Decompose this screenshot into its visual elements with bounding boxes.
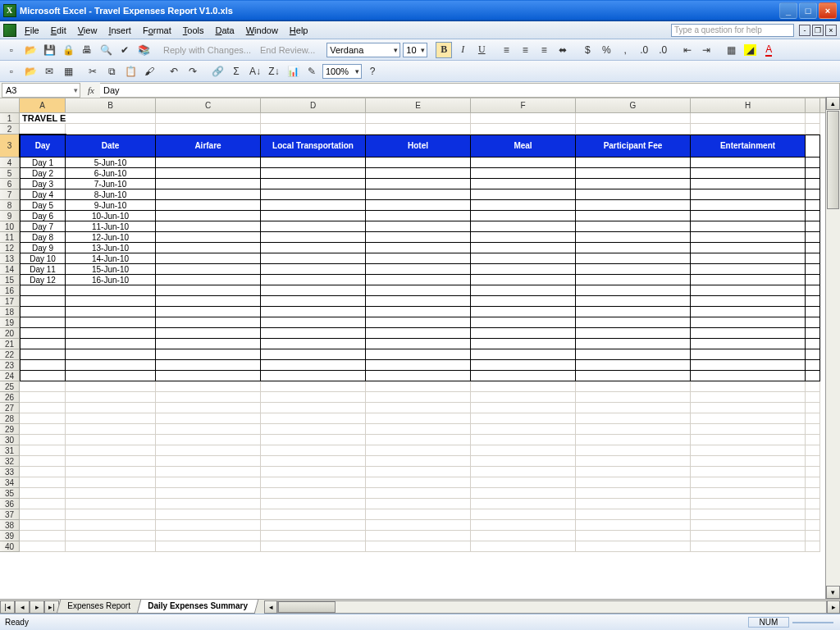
cell-H30[interactable]: [691, 435, 806, 445]
cell-C4[interactable]: [156, 158, 261, 168]
cell-H12[interactable]: [691, 243, 806, 253]
cell-G24[interactable]: [576, 371, 691, 381]
cell-I1[interactable]: [806, 113, 820, 124]
row-header-24[interactable]: 24: [0, 371, 20, 381]
cell-B34[interactable]: [66, 477, 156, 488]
cell-A34[interactable]: [20, 477, 66, 488]
spelling-icon[interactable]: ✔: [116, 42, 133, 58]
cell-B28[interactable]: [66, 413, 156, 424]
cell-B23[interactable]: [66, 360, 156, 371]
col-header-h[interactable]: H: [691, 98, 806, 112]
cell-H24[interactable]: [691, 371, 806, 381]
cell-F25[interactable]: [471, 381, 576, 392]
cell-G25[interactable]: [576, 381, 691, 392]
name-box[interactable]: A3: [2, 83, 80, 98]
cell-F8[interactable]: [471, 200, 576, 211]
row-header-26[interactable]: 26: [0, 392, 20, 403]
cell-B14[interactable]: 15-Jun-10: [66, 264, 156, 275]
cell-A32[interactable]: [20, 456, 66, 467]
row-header-19[interactable]: 19: [0, 317, 20, 328]
cell-G28[interactable]: [576, 413, 691, 424]
cell-H40[interactable]: [691, 541, 806, 552]
decrease-indent-button[interactable]: ⇤: [679, 42, 696, 58]
cell-H37[interactable]: [691, 509, 806, 520]
cell-H18[interactable]: [691, 307, 806, 317]
cell-H20[interactable]: [691, 328, 806, 339]
cell-G32[interactable]: [576, 456, 691, 467]
cell-F33[interactable]: [471, 467, 576, 477]
cell-D18[interactable]: [261, 307, 366, 317]
sort-desc-icon[interactable]: Z↓: [266, 63, 282, 80]
cell-I27[interactable]: [806, 403, 820, 413]
bold-button[interactable]: B: [436, 42, 452, 58]
cell-G31[interactable]: [576, 445, 691, 456]
cell-A30[interactable]: [20, 435, 66, 445]
cell-F34[interactable]: [471, 477, 576, 488]
merge-center-button[interactable]: ⬌: [555, 42, 571, 58]
row-header-33[interactable]: 33: [0, 467, 20, 477]
cell-I38[interactable]: [806, 520, 820, 531]
cell-E40[interactable]: [366, 541, 471, 552]
cell-A16[interactable]: [20, 285, 66, 296]
cell-G33[interactable]: [576, 467, 691, 477]
cell-A22[interactable]: [20, 349, 66, 360]
cell-C29[interactable]: [156, 424, 261, 435]
cell-B25[interactable]: [66, 381, 156, 392]
font-size-select[interactable]: 10: [403, 43, 427, 57]
cell-A37[interactable]: [20, 509, 66, 520]
cell-I11[interactable]: [806, 232, 820, 243]
currency-button[interactable]: $: [579, 42, 596, 58]
cell-C8[interactable]: [156, 200, 261, 211]
cell-B22[interactable]: [66, 349, 156, 360]
paste-icon[interactable]: 📋: [122, 63, 139, 80]
vertical-scrollbar[interactable]: ▴ ▾: [825, 97, 840, 599]
cell-H36[interactable]: [691, 499, 806, 509]
cell-B18[interactable]: [66, 307, 156, 317]
row-header-25[interactable]: 25: [0, 381, 20, 392]
print-preview-icon[interactable]: 🔍: [98, 42, 114, 58]
cell-B1[interactable]: [66, 113, 156, 124]
cell-D2[interactable]: [261, 124, 366, 135]
cell-I23[interactable]: [806, 360, 820, 371]
cell-H13[interactable]: [691, 253, 806, 264]
cell-I20[interactable]: [806, 328, 820, 339]
hyperlink-icon[interactable]: 🔗: [209, 63, 226, 80]
cell-G40[interactable]: [576, 541, 691, 552]
cell-G14[interactable]: [576, 264, 691, 275]
cell-H29[interactable]: [691, 424, 806, 435]
cell-G30[interactable]: [576, 435, 691, 445]
cell-D34[interactable]: [261, 477, 366, 488]
cell-F13[interactable]: [471, 253, 576, 264]
new-icon[interactable]: ▫: [3, 42, 20, 58]
open-workbook-icon[interactable]: 📂: [22, 63, 39, 80]
col-header-a[interactable]: A: [20, 98, 66, 112]
cell-B21[interactable]: [66, 339, 156, 349]
cell-G35[interactable]: [576, 488, 691, 499]
cell-F23[interactable]: [471, 360, 576, 371]
cell-D20[interactable]: [261, 328, 366, 339]
cell-F11[interactable]: [471, 232, 576, 243]
menu-data[interactable]: Data: [210, 24, 239, 37]
cell-D32[interactable]: [261, 456, 366, 467]
cell-C22[interactable]: [156, 349, 261, 360]
cell-C13[interactable]: [156, 253, 261, 264]
cell-C15[interactable]: [156, 275, 261, 285]
cell-E39[interactable]: [366, 531, 471, 541]
cell-B32[interactable]: [66, 456, 156, 467]
cell-F40[interactable]: [471, 541, 576, 552]
tab-expenses-report[interactable]: Expenses Report: [57, 600, 141, 614]
cell-F38[interactable]: [471, 520, 576, 531]
cell-I34[interactable]: [806, 477, 820, 488]
cell-C12[interactable]: [156, 243, 261, 253]
cell-F21[interactable]: [471, 339, 576, 349]
cell-F6[interactable]: [471, 179, 576, 189]
cell-E5[interactable]: [366, 168, 471, 179]
cell-A23[interactable]: [20, 360, 66, 371]
cell-E3[interactable]: Hotel: [366, 135, 471, 158]
cell-A5[interactable]: Day 2: [20, 168, 66, 179]
cell-D9[interactable]: [261, 211, 366, 221]
menu-window[interactable]: Window: [241, 24, 283, 37]
cell-E27[interactable]: [366, 403, 471, 413]
cell-H15[interactable]: [691, 275, 806, 285]
cell-H1[interactable]: [691, 113, 806, 124]
